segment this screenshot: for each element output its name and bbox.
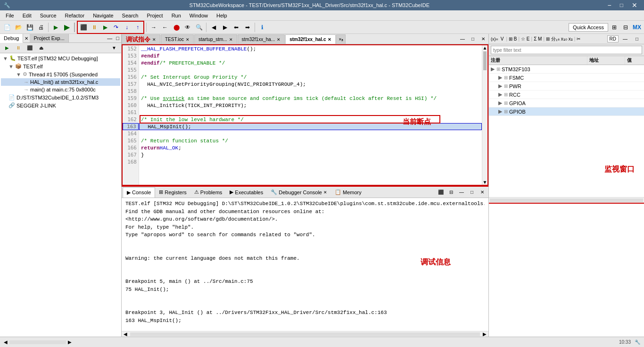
tab-more[interactable]: ×₃	[336, 34, 346, 44]
reg-item-rcc[interactable]: ▶ ⊞ RCC	[489, 91, 644, 99]
tb-new-button[interactable]: 📄	[2, 22, 12, 33]
menu-project[interactable]: Project	[143, 12, 166, 19]
reg-item-fsmc[interactable]: ▶ ⊞ FSMC	[489, 74, 644, 82]
tab-executables[interactable]: ▶ Executables	[226, 187, 267, 198]
tb-view1-button[interactable]: ⊞	[609, 22, 619, 33]
tb-suspend-button[interactable]: ⏸	[89, 22, 99, 33]
rt-e-btn[interactable]: ☆ E	[521, 36, 529, 41]
tree-item-thread[interactable]: ▼ ⚙ Thread #1 57005 (Suspended	[1, 70, 120, 78]
window-controls[interactable]: − □ ✕	[605, 1, 640, 9]
maximize-console-btn[interactable]: □	[467, 187, 477, 198]
tb-print-button[interactable]: 🖨	[36, 22, 46, 33]
tb-save-button[interactable]: 💾	[25, 22, 35, 33]
tab-hal-active[interactable]: stm32f1xx_hal.c ✕	[285, 34, 336, 44]
close-tab-startup[interactable]: ✕	[229, 37, 233, 42]
tb-fwd2-button[interactable]: ➡	[242, 22, 253, 33]
console-output[interactable]: TEST.elf [STM32 MCU Debugging] D:\ST\STM…	[122, 198, 488, 331]
registers-hscroll[interactable]	[489, 197, 644, 203]
maximize-left-icon[interactable]: □	[114, 34, 121, 42]
tab-registers[interactable]: ⊞ Registers	[155, 187, 190, 198]
horizontal-scrollbar-bottom[interactable]: ◀ ▶	[122, 331, 488, 337]
filter-input[interactable]	[491, 46, 642, 54]
disconnect-btn[interactable]: ⏏	[36, 43, 46, 53]
tree-item-frame-halinit[interactable]: → HAL_Init() at stm32f1xx_hal.c	[1, 78, 120, 86]
reg-item-stm32[interactable]: ▶ ⊞ STM32F103	[489, 65, 644, 74]
minimize-editor-btn[interactable]: —	[457, 34, 468, 44]
tb-stop-button[interactable]: ⬛	[78, 22, 89, 33]
reg-item-gpioa[interactable]: ▶ ⊞ GPIOA	[489, 99, 644, 107]
close-tab-hal[interactable]: ✕	[328, 37, 331, 42]
scroll-right-status[interactable]: ▶	[68, 339, 72, 345]
tb-forward-button[interactable]: ▶	[220, 22, 230, 33]
tb-arrow-right[interactable]: →	[149, 22, 159, 33]
close-debug-tab[interactable]: ✕	[23, 36, 30, 41]
menu-help[interactable]: Help	[213, 12, 231, 19]
close-tab-debug[interactable]: ✕	[152, 37, 156, 42]
close-button[interactable]: ✕	[629, 1, 640, 9]
scroll-right-btn[interactable]: ▶	[481, 331, 488, 337]
tb-view2-button[interactable]: ⊟	[620, 22, 631, 33]
close-editor-btn[interactable]: ✕	[478, 34, 488, 44]
tab-debugger-console[interactable]: 🔧 Debugger Console ✕	[267, 187, 331, 198]
vertical-scrollbar[interactable]: ▲ ▼	[482, 45, 487, 185]
menu-navigate[interactable]: Navigate	[89, 12, 117, 19]
suspend-all-btn[interactable]: ⏸	[13, 43, 24, 53]
tb-resume-button[interactable]: ▶	[100, 22, 110, 33]
tb-stepreturn-button[interactable]: ↑	[132, 22, 143, 33]
tab-project-explorer[interactable]: Project Exp...	[30, 34, 68, 42]
status-scrollbar[interactable]	[9, 340, 66, 344]
menu-run[interactable]: Run	[168, 12, 185, 19]
scroll-up-btn[interactable]: ▲	[482, 45, 487, 50]
tb-debug-button[interactable]: ▶	[50, 22, 61, 33]
scroll-left-status[interactable]: ◀	[4, 339, 8, 345]
tree-item-frame-main[interactable]: → main() at main.c:75 0x8000c	[1, 86, 120, 93]
rt-hex-btn[interactable]: ⊞ 分₁₆	[546, 36, 560, 42]
menu-refactor[interactable]: Refactor	[61, 12, 89, 19]
tab-debug[interactable]: Debug	[0, 34, 23, 43]
stop-console-btn[interactable]: ⬛	[436, 187, 446, 198]
scroll-down-btn[interactable]: ▼	[482, 180, 487, 185]
minimize-button[interactable]: −	[605, 1, 614, 9]
close-tab-hal2[interactable]: ✕	[277, 37, 281, 42]
rt-bin-btn[interactable]: x₂	[569, 36, 573, 41]
tree-item-jlink[interactable]: 🔗 SEGGER J-LINK	[1, 101, 120, 109]
tab-startup[interactable]: startup_stm... ✕	[194, 34, 237, 44]
scroll-left-btn[interactable]: ◀	[122, 331, 129, 337]
reg-item-gpiob[interactable]: ▶ ⊞ GPIOB	[489, 107, 644, 116]
tb-run-button[interactable]: ▶	[62, 22, 72, 33]
tab-problems[interactable]: ⚠ Problems	[190, 187, 226, 198]
tb-expr-button[interactable]: 🔍	[194, 22, 204, 33]
tab-console[interactable]: ▶ Console	[123, 187, 155, 198]
minimize-right-btn[interactable]: —	[620, 34, 630, 44]
tab-debug-instructions[interactable]: 调试指令 ✕	[122, 34, 160, 44]
tb-back-button[interactable]: ◀	[208, 22, 219, 33]
tb-back2-button[interactable]: ⬅	[231, 22, 241, 33]
terminate-btn[interactable]: ⬛	[25, 43, 35, 53]
rt-rd-btn[interactable]: RD	[607, 35, 619, 42]
rt-v-btn[interactable]: V	[500, 36, 505, 42]
reg-item-pwr[interactable]: ▶ ⊞ PWR	[489, 82, 644, 91]
tb-stepover-button[interactable]: ↷	[111, 22, 121, 33]
close-debugger-tab[interactable]: ✕	[323, 190, 327, 195]
menu-window[interactable]: Window	[186, 12, 212, 19]
code-content[interactable]: __HAL_FLASH_PREFETCH_BUFFER_ENABLE(); #e…	[139, 45, 482, 185]
menu-file[interactable]: File	[2, 12, 18, 19]
menu-source[interactable]: Source	[36, 12, 60, 19]
maximize-right-btn[interactable]: □	[632, 34, 642, 44]
scroll-thumb[interactable]	[483, 51, 487, 70]
rt-m-btn[interactable]: Σ M	[534, 36, 542, 41]
tb-stepinto-button[interactable]: ↓	[122, 22, 132, 33]
rt-b-btn[interactable]: ⊞ B	[509, 36, 517, 41]
split-console-btn[interactable]: ⊟	[446, 187, 456, 198]
tb-view3-button[interactable]: MX	[632, 22, 642, 33]
tb-info-button[interactable]: ℹ	[257, 22, 267, 33]
maximize-editor-btn[interactable]: □	[468, 34, 478, 44]
minimize-console-btn[interactable]: —	[456, 187, 467, 198]
tree-item-file[interactable]: 📄 D:/ST/STM32CubeIDE_1.0.2/STM3	[1, 93, 120, 101]
tree-item-root[interactable]: ▼ 🐛 TEST.elf [STM32 MCU Debugging]	[1, 54, 120, 62]
rt-cut-btn[interactable]: ✂	[577, 36, 580, 41]
reg-scroll-thumb[interactable]	[490, 198, 643, 202]
quick-access-button[interactable]: Quick Access	[569, 23, 608, 32]
resume-all-btn[interactable]: ▶	[2, 43, 12, 53]
tb-arrow-left[interactable]: ←	[160, 22, 170, 33]
